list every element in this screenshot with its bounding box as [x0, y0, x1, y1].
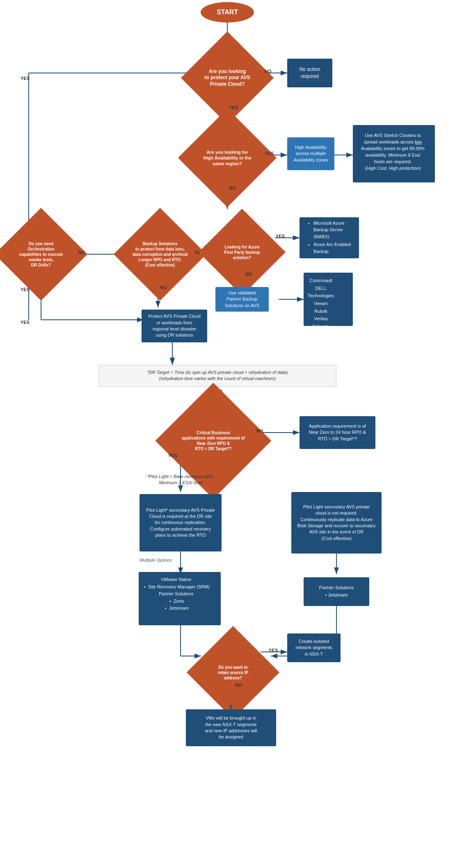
diamond7-shape: Do you want toretain source IPaddress?	[187, 626, 279, 719]
partner-solutions-box: Partner Solutions • Jetstream	[304, 577, 369, 606]
flowchart: START Are you lookingto protect your AVS…	[0, 0, 455, 868]
protect-avs-box: Protect AVS Private Cloudor workloads fr…	[142, 310, 207, 342]
pilot-light-yes-label: Pilot Light* secondary AVS PrivateCloud …	[146, 507, 215, 539]
create-isolated-box: Create isolatednetwork segmentsin NSX-T	[287, 633, 341, 662]
diamond6-text: Critical Businessapplications with requi…	[172, 400, 254, 482]
partner-backup-label: Use validatedPartner BackupSolutions on …	[225, 290, 259, 309]
pilot-light-yes-box: Pilot Light* secondary AVS PrivateCloud …	[139, 494, 222, 551]
no-label-d1: NO	[265, 69, 272, 74]
diamond2-text: Are you looking forHigh Availability in …	[192, 123, 262, 193]
partner-backup-box: Use validatedPartner BackupSolutions on …	[215, 287, 269, 312]
stretch-cluster-box: Use AVS Stretch Clusters tospread worklo…	[353, 125, 435, 182]
no-action-box: No actionrequired	[287, 59, 332, 87]
no-label-d4: NO	[160, 285, 167, 290]
diamond7-text: Do you want toretain source IPaddress?	[200, 640, 266, 705]
diamond4-text: Backup Solutionsto protect from data los…	[127, 221, 193, 287]
yes-label-d1-left: YES	[21, 76, 30, 81]
create-isolated-label: Create isolatednetwork segmentsin NSX-T	[295, 638, 332, 657]
diamond2-shape: Are you looking forHigh Availability in …	[178, 109, 277, 207]
no-label-d6: NO	[256, 428, 263, 433]
app-req-label: Application requirement is ofNear Zero t…	[309, 423, 366, 442]
vmware-native-label: VMware Native • Site Recovery Manager (S…	[143, 576, 210, 612]
start-shape: START	[201, 2, 254, 23]
yes-label-d3-bottom: YES	[21, 320, 30, 325]
yes-label-d5: YES	[276, 234, 285, 239]
vmware-native-box: VMware Native • Site Recovery Manager (S…	[139, 572, 221, 625]
partner-vendors-box: CommvaultDELLTechnologiesVeeamRubrikVeri…	[304, 273, 353, 326]
diamond5-text: Looking for AzureFirst Party backupsolut…	[211, 221, 273, 283]
arrow-avs-dr	[170, 342, 174, 366]
partner-solutions-label: Partner Solutions • Jetstream	[319, 584, 354, 599]
pilot-light-note: *Pilot Light = Bare minimum infra.Minimu…	[135, 474, 226, 486]
diamond3-shape: Do you needOrchestrationcapabilities to …	[0, 208, 87, 301]
no-action-label: No actionrequired	[300, 66, 320, 80]
azure-backup-box: Microsoft AzureBackup Server(MABS) Azure…	[300, 217, 359, 258]
app-req-box: Application requirement is ofNear Zero t…	[300, 416, 375, 449]
yes-label-d7: YES	[269, 648, 278, 653]
pilot-light-no-label: Pilot Light secondary AVS privatecloud i…	[297, 504, 376, 542]
ha-zones-label: High Availabilityacross multipleAvailabi…	[293, 144, 328, 163]
yes-label-d2-right: YES	[265, 151, 274, 156]
protect-avs-label: Protect AVS Private Cloudor workloads fr…	[148, 313, 201, 339]
stretch-cluster-label: Use AVS Stretch Clusters tospread worklo…	[358, 129, 428, 175]
no-label-d3: NO	[78, 250, 85, 255]
vms-brought-box: VMs will be brought up inthe new NSX-T s…	[186, 709, 276, 746]
multiple-options-label: Multiple Options	[139, 558, 172, 563]
partner-vendors-label: CommvaultDELLTechnologiesVeeamRubrikVeri…	[308, 277, 334, 330]
no-label-d2-down: NO	[229, 185, 236, 190]
diamond1-text: Are you lookingto protect your AVSPrivat…	[194, 45, 260, 111]
pilot-light-no-box: Pilot Light secondary AVS privatecloud i…	[291, 492, 382, 554]
yes-label-d3: YES	[21, 287, 30, 292]
diamond3-text: Do you needOrchestrationcapabilities to …	[8, 221, 74, 287]
start-label: START	[217, 9, 238, 16]
diamond5-shape: Looking for AzureFirst Party backupsolut…	[199, 209, 286, 296]
ha-zones-box: High Availabilityacross multipleAvailabi…	[287, 137, 334, 170]
vms-brought-label: VMs will be brought up inthe new NSX-T s…	[205, 715, 257, 740]
dr-note: *DR Target = Time (to spin up AVS privat…	[98, 365, 336, 387]
no-label-d5: NO	[245, 272, 252, 277]
yes-label-d6: YES	[168, 453, 177, 458]
no-label-d7: NO	[235, 683, 242, 688]
yes-label-d1-down: YES	[229, 105, 238, 110]
